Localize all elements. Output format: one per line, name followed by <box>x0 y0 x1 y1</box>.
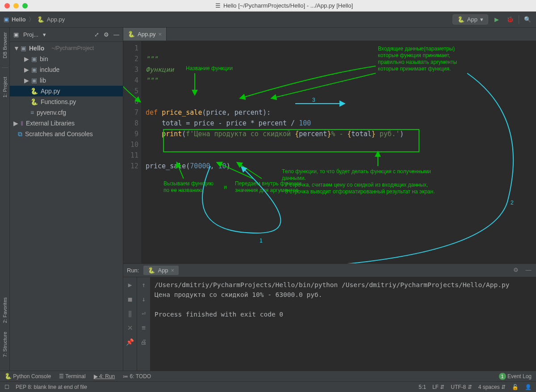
status-message: PEP 8: blank line at end of file <box>16 384 87 390</box>
editor-tabs: 🐍 App.py × <box>123 28 536 41</box>
gear-icon[interactable]: ⚙ <box>104 31 109 38</box>
print-icon[interactable]: 🖨 <box>140 337 148 345</box>
run-config-name: App <box>467 16 477 23</box>
run-controls-left: ▶ ■ ‖ ⤫ 📌 <box>123 277 137 371</box>
tree-folder-lib[interactable]: ▶▣lib <box>10 75 123 86</box>
tree-file-pyvenv[interactable]: ≡pyvenv.cfg <box>10 107 123 118</box>
run-tab[interactable]: 🐍App× <box>143 266 179 275</box>
exit-icon[interactable]: ⤫ <box>126 323 134 331</box>
close-window-icon[interactable] <box>4 3 10 8</box>
favorites-tool[interactable]: 2: Favorites <box>2 297 8 323</box>
tree-folder-bin[interactable]: ▶▣bin <box>10 54 123 64</box>
file-encoding[interactable]: UTF-8 ⇵ <box>451 384 472 390</box>
status-bar: ☐ PEP 8: blank line at end of file 5:1 L… <box>0 381 536 392</box>
pause-icon[interactable]: ‖ <box>126 309 134 317</box>
chevron-down-icon[interactable]: ▾ <box>43 31 46 38</box>
python-icon: 🐍 <box>128 31 135 38</box>
lock-icon[interactable]: 🔓 <box>512 384 519 390</box>
left-tool-strip: DB Browser 1: Project 2: Favorites 7: St… <box>0 28 10 371</box>
run-button[interactable]: ▶ <box>492 15 502 25</box>
tab-label: App.py <box>138 31 155 38</box>
run-panel-header: Run: 🐍App× ⚙ — <box>123 264 536 277</box>
python-icon: 🐍 <box>37 16 44 23</box>
annotation-arrows <box>141 41 534 263</box>
down-icon[interactable]: ↓ <box>140 294 148 302</box>
breadcrumb[interactable]: ▣ Hello 〉 🐍 App.py <box>4 16 65 24</box>
rerun-button[interactable]: ▶ <box>126 280 134 288</box>
annotation-pass: Передаем внутрь функции значения для арг… <box>235 180 302 194</box>
tool-window-bar: 🐍 Python Console ☰ Terminal ▶ 4: Run ≔ 6… <box>0 371 536 381</box>
project-tool-icon: ▣ <box>13 31 19 38</box>
run-output[interactable]: /Users/dmitriy/PycharmProjects/Hello/bin… <box>150 277 536 371</box>
run-config-dropdown[interactable]: 🐍 App ▾ <box>452 14 488 25</box>
code-body[interactable]: """ Функции """ def price_sale(price, pe… <box>141 41 536 263</box>
annotation-num-2: 2 <box>511 200 514 206</box>
line-gutter: 123456789101112 <box>123 41 141 263</box>
tree-root[interactable]: ▼▣Hello ~/PycharmProject <box>10 43 123 54</box>
main-toolbar: ▣ Hello 〉 🐍 App.py 🐍 App ▾ ▶ 🐞 🔍 <box>0 12 536 28</box>
titlebar: ☰ Hello [~/PycharmProjects/Hello] - .../… <box>0 0 536 12</box>
window-title: ☰ Hello [~/PycharmProjects/Hello] - .../… <box>32 2 536 9</box>
run-label: Run: <box>127 267 139 274</box>
annotation-call: Вызываем функцию по ее названию <box>163 180 214 194</box>
window-controls <box>0 3 32 8</box>
annotation-num-1: 1 <box>260 238 263 244</box>
minimize-window-icon[interactable] <box>13 3 19 8</box>
tree-external-libs[interactable]: ▶⫴External Libraries <box>10 118 123 129</box>
tree-file-functions[interactable]: 🐍Functions.py <box>10 96 123 107</box>
project-panel: ▣ Proj... ▾ ⤢ ⚙ — ▼▣Hello ~/PycharmProje… <box>10 28 123 371</box>
annotation-args: Входящие данные(параметры) которые функц… <box>378 46 457 72</box>
editor-tab-app[interactable]: 🐍 App.py × <box>123 28 167 41</box>
ide-status-icon[interactable]: ☐ <box>4 384 9 390</box>
maximize-window-icon[interactable] <box>22 3 28 8</box>
search-button[interactable]: 🔍 <box>523 15 532 25</box>
breadcrumb-file: App.py <box>47 16 65 23</box>
wrap-icon[interactable]: ⏎ <box>140 309 148 317</box>
python-console-tool[interactable]: 🐍 Python Console <box>4 373 51 379</box>
run-controls-right: ↑ ↓ ⏎ ≡ 🖨 <box>137 277 150 371</box>
inspections-icon[interactable]: 👤 <box>525 384 532 390</box>
project-tool[interactable]: 1: Project <box>2 77 8 97</box>
minimize-icon[interactable]: — <box>113 31 119 38</box>
breadcrumb-project: Hello <box>12 16 26 23</box>
indent-settings[interactable]: 4 spaces ⇵ <box>478 384 506 390</box>
tree-file-app[interactable]: 🐍App.py <box>10 86 123 96</box>
pin-icon[interactable]: 📌 <box>126 337 134 345</box>
code-editor[interactable]: 123456789101112 """ Функции """ def pric… <box>123 41 536 263</box>
minimize-icon[interactable]: — <box>524 267 532 275</box>
caret-position[interactable]: 5:1 <box>419 384 426 390</box>
event-log[interactable]: 1 Event Log <box>499 373 532 380</box>
db-browser-tool[interactable]: DB Browser <box>2 32 8 58</box>
run-panel: Run: 🐍App× ⚙ — ▶ ■ ‖ ⤫ 📌 ↑ <box>123 263 536 371</box>
todo-tool[interactable]: ≔ 6: TODO <box>123 373 151 379</box>
annotation-num-3: 3 <box>312 97 315 104</box>
stop-button[interactable]: ■ <box>126 294 134 302</box>
tree-folder-include[interactable]: ▶▣include <box>10 64 123 75</box>
python-icon: 🐍 <box>457 16 465 23</box>
app-icon: ☰ <box>215 2 221 9</box>
line-separator[interactable]: LF ⇵ <box>432 384 444 390</box>
structure-tool[interactable]: 7: Structure <box>2 332 8 357</box>
debug-button[interactable]: 🐞 <box>505 15 515 25</box>
folder-icon: ▣ <box>4 16 9 23</box>
collapse-icon[interactable]: ⤢ <box>94 31 99 38</box>
scroll-icon[interactable]: ≡ <box>140 323 148 331</box>
project-panel-header: ▣ Proj... ▾ ⤢ ⚙ — <box>10 28 123 42</box>
editor-area: 🐍 App.py × 123456789101112 """ Функции "… <box>123 28 536 371</box>
up-icon[interactable]: ↑ <box>140 280 148 288</box>
annotation-fn-name: Название функции <box>186 65 233 72</box>
run-tool[interactable]: ▶ 4: Run <box>94 373 115 379</box>
annotation-and: и <box>224 184 227 191</box>
project-tree: ▼▣Hello ~/PycharmProject ▶▣bin ▶▣include… <box>10 42 123 371</box>
terminal-tool[interactable]: ☰ Terminal <box>59 373 85 379</box>
annotation-body: Тело функции, то что будет делать функци… <box>282 168 514 195</box>
tab-close-icon[interactable]: × <box>158 31 162 38</box>
project-tool-label: Proj... <box>23 31 38 38</box>
tree-scratches[interactable]: ⧉Scratches and Consoles <box>10 129 123 139</box>
chevron-down-icon: ▾ <box>480 16 483 23</box>
gear-icon[interactable]: ⚙ <box>512 267 520 275</box>
